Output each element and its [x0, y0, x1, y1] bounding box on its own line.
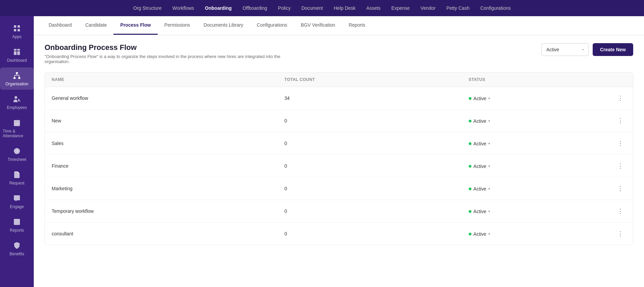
- create-new-button[interactable]: Create New: [593, 43, 633, 56]
- sidebar-item-timesheet[interactable]: Timesheet: [0, 143, 34, 165]
- time-attendance-icon: [12, 118, 22, 127]
- table-row: Sales0Active▾⋮: [45, 132, 633, 155]
- svg-rect-12: [14, 120, 20, 126]
- apps-icon: [12, 24, 22, 33]
- row-count-0: 34: [278, 87, 462, 110]
- status-chevron-icon-6: ▾: [488, 232, 490, 236]
- svg-rect-7: [17, 51, 20, 55]
- status-dot-2: [469, 142, 471, 145]
- status-badge-6[interactable]: Active▾: [469, 231, 490, 237]
- sidebar-item-engage[interactable]: Engage: [0, 190, 34, 212]
- more-options-button-1[interactable]: ⋮: [615, 116, 626, 126]
- top-nav-item-vendor[interactable]: Vendor: [420, 5, 435, 11]
- top-nav-item-workflows[interactable]: Workflows: [173, 5, 194, 11]
- dashboard-icon: [12, 47, 22, 57]
- more-options-button-6[interactable]: ⋮: [615, 229, 626, 239]
- top-nav-item-policy[interactable]: Policy: [278, 5, 290, 11]
- svg-rect-8: [16, 72, 18, 74]
- sub-nav-item-dashboard[interactable]: Dashboard: [42, 16, 79, 35]
- svg-rect-14: [14, 195, 20, 200]
- table-row: consultant0Active▾⋮: [45, 223, 633, 245]
- sidebar-item-label-employees: Employees: [7, 105, 27, 110]
- svg-rect-1: [18, 25, 20, 28]
- more-options-button-2[interactable]: ⋮: [615, 138, 626, 148]
- row-actions-6: ⋮: [608, 223, 633, 245]
- status-text-6: Active: [473, 231, 486, 237]
- status-badge-0[interactable]: Active▾: [469, 96, 490, 101]
- sidebar-item-organisation[interactable]: Organisation: [0, 67, 34, 90]
- status-badge-4[interactable]: Active▾: [469, 186, 490, 192]
- sub-nav-item-permissions[interactable]: Permissions: [158, 16, 197, 35]
- status-chevron-icon-5: ▾: [488, 209, 490, 213]
- sidebar-item-apps[interactable]: Apps: [0, 20, 34, 42]
- svg-rect-15: [14, 219, 20, 225]
- row-actions-0: ⋮: [608, 87, 633, 110]
- main-content: DashboardCandidateProcess FlowPermission…: [34, 16, 644, 287]
- svg-rect-9: [14, 77, 16, 79]
- row-status-0: Active▾: [462, 87, 608, 110]
- table-row: Marketing0Active▾⋮: [45, 177, 633, 200]
- table-row: Finance0Active▾⋮: [45, 155, 633, 177]
- more-options-button-0[interactable]: ⋮: [615, 93, 626, 103]
- sidebar-item-benefits[interactable]: Benefits: [0, 237, 34, 260]
- table-body: General workflow34Active▾⋮New0Active▾⋮Sa…: [45, 87, 633, 245]
- sidebar-item-label-time-attendance: Time & Attendance: [3, 129, 31, 138]
- row-actions-4: ⋮: [608, 177, 633, 200]
- sub-nav-item-reports[interactable]: Reports: [342, 16, 372, 35]
- sidebar-item-employees[interactable]: Employees: [0, 91, 34, 113]
- svg-rect-10: [18, 77, 20, 79]
- status-badge-1[interactable]: Active▾: [469, 118, 490, 124]
- top-nav-item-assets[interactable]: Assets: [366, 5, 381, 11]
- status-text-1: Active: [473, 118, 486, 124]
- sidebar-item-label-benefits: Benefits: [9, 252, 24, 256]
- row-name-1: New: [45, 110, 278, 132]
- svg-rect-2: [14, 29, 16, 31]
- col-header-actions: [608, 73, 633, 87]
- sub-nav-item-configurations[interactable]: Configurations: [250, 16, 294, 35]
- top-nav-item-onboarding[interactable]: Onboarding: [205, 5, 232, 11]
- sidebar-item-request[interactable]: Request: [0, 167, 34, 189]
- top-nav-item-org-structure[interactable]: Org Structure: [133, 5, 162, 11]
- status-chevron-icon-2: ▾: [488, 142, 490, 145]
- sidebar-item-label-organisation: Organisation: [5, 82, 28, 86]
- row-count-4: 0: [278, 177, 462, 200]
- top-nav-item-configurations[interactable]: Configurations: [480, 5, 511, 11]
- status-text-0: Active: [473, 96, 486, 101]
- status-text-2: Active: [473, 141, 486, 146]
- sub-nav-item-process-flow[interactable]: Process Flow: [113, 16, 157, 35]
- row-count-2: 0: [278, 132, 462, 155]
- sub-nav-item-documents-library[interactable]: Documents Library: [197, 16, 250, 35]
- row-count-3: 0: [278, 155, 462, 177]
- status-badge-3[interactable]: Active▾: [469, 164, 490, 169]
- sidebar-item-time-attendance[interactable]: Time & Attendance: [0, 115, 34, 142]
- top-nav-item-expense[interactable]: Expense: [391, 5, 410, 11]
- sidebar-item-label-apps: Apps: [12, 34, 21, 39]
- sidebar-item-dashboard[interactable]: Dashboard: [0, 44, 34, 66]
- status-badge-2[interactable]: Active▾: [469, 141, 490, 146]
- more-options-button-3[interactable]: ⋮: [615, 161, 626, 171]
- sub-nav-item-bgv-verification[interactable]: BGV Verification: [294, 16, 342, 35]
- page-header-left: Onboarding Process Flow "Onboarding Proc…: [45, 43, 281, 64]
- more-options-button-5[interactable]: ⋮: [615, 206, 626, 216]
- sidebar-item-reports[interactable]: Reports: [0, 214, 34, 236]
- status-text-4: Active: [473, 186, 486, 192]
- top-nav-item-help-desk[interactable]: Help Desk: [334, 5, 356, 11]
- row-actions-2: ⋮: [608, 132, 633, 155]
- table-header: NAMETOTAL COUNTSTATUS: [45, 73, 633, 87]
- top-nav-item-document[interactable]: Document: [301, 5, 323, 11]
- top-nav-item-petty-cash[interactable]: Petty Cash: [446, 5, 469, 11]
- more-options-button-4[interactable]: ⋮: [615, 183, 626, 194]
- top-nav-item-offboarding[interactable]: Offboarding: [242, 5, 267, 11]
- status-filter-select[interactable]: ActiveInactiveAll: [541, 43, 589, 56]
- employees-icon: [12, 94, 22, 104]
- svg-rect-0: [14, 25, 16, 28]
- table-header-row: NAMETOTAL COUNTSTATUS: [45, 73, 633, 87]
- page-content-area: Onboarding Process Flow "Onboarding Proc…: [34, 35, 644, 287]
- sidebar-item-label-timesheet: Timesheet: [7, 157, 26, 162]
- timesheet-icon: [12, 146, 22, 156]
- status-badge-5[interactable]: Active▾: [469, 209, 490, 214]
- sub-nav-item-candidate[interactable]: Candidate: [79, 16, 114, 35]
- svg-rect-3: [18, 29, 20, 31]
- row-actions-3: ⋮: [608, 155, 633, 177]
- row-name-0: General workflow: [45, 87, 278, 110]
